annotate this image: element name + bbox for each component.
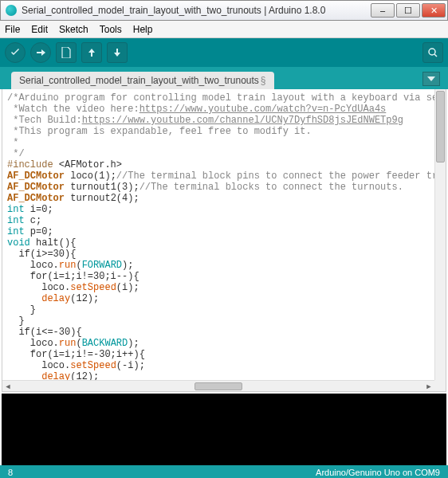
window-titlebar: Serial_controlled_model_train_layout_wit… [0,0,448,21]
file-icon [61,47,71,58]
status-board-info: Arduino/Genuino Uno on COM9 [316,468,440,477]
save-sketch-button[interactable] [107,42,128,63]
magnifier-icon [427,47,438,58]
tab-label: Serial_controlled_model_train_layout_wit… [19,75,259,86]
arrow-right-icon [35,47,46,58]
menu-bar: File Edit Sketch Tools Help [0,21,448,38]
minimize-button[interactable]: – [371,3,395,18]
new-sketch-button[interactable] [56,42,77,63]
menu-file[interactable]: File [5,24,20,35]
upload-button[interactable] [30,42,51,63]
verify-button[interactable] [5,42,26,63]
maximize-button[interactable]: ☐ [396,3,420,18]
status-line-number: 8 [8,468,316,477]
status-bar: 8 Arduino/Genuino Uno on COM9 [0,465,448,478]
close-button[interactable]: ✕ [422,3,446,18]
chevron-down-icon [427,76,435,81]
vertical-scroll-thumb[interactable] [436,91,445,163]
open-sketch-button[interactable] [81,42,102,63]
vertical-scrollbar[interactable] [434,89,446,380]
horizontal-scrollbar[interactable]: ◄ ► [2,380,434,391]
menu-edit[interactable]: Edit [31,24,48,35]
scroll-left-arrow[interactable]: ◄ [2,382,14,390]
sketch-tab[interactable]: Serial_controlled_model_train_layout_wit… [11,72,274,89]
check-icon [10,47,21,58]
window-title: Serial_controlled_model_train_layout_wit… [22,5,369,16]
arrow-down-icon [112,47,123,58]
scroll-right-arrow[interactable]: ► [423,382,434,390]
tab-bar: Serial_controlled_model_train_layout_wit… [0,67,448,89]
toolbar [0,38,448,67]
horizontal-scroll-thumb[interactable] [195,382,242,390]
scroll-corner [434,380,446,391]
serial-monitor-button[interactable] [422,42,443,63]
code-area[interactable]: /*Arduino program for controlling model … [2,89,434,380]
output-console[interactable] [2,394,446,465]
code-editor[interactable]: /*Arduino program for controlling model … [2,89,446,392]
tab-modified-indicator: § [261,75,266,86]
svg-point-0 [429,49,435,55]
menu-tools[interactable]: Tools [100,24,122,35]
tab-menu-button[interactable] [422,72,440,86]
arduino-app-icon [6,5,17,16]
menu-help[interactable]: Help [133,24,153,35]
menu-sketch[interactable]: Sketch [59,24,88,35]
arrow-up-icon [86,47,97,58]
